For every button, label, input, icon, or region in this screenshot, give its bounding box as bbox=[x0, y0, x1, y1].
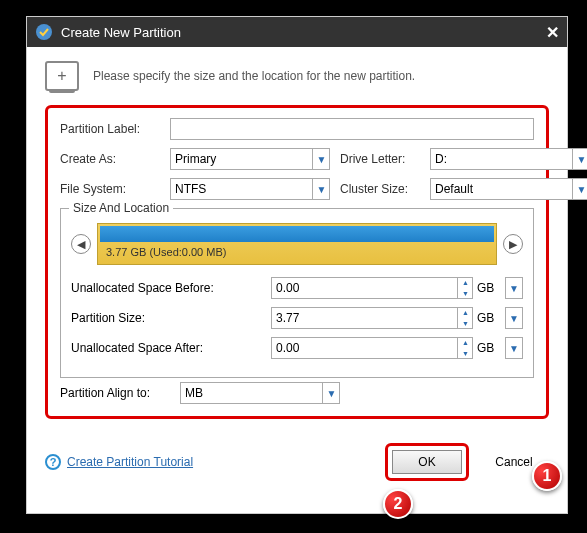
partition-bar-label: 3.77 GB (Used:0.00 MB) bbox=[98, 242, 496, 262]
unalloc-before-label: Unallocated Space Before: bbox=[71, 281, 271, 295]
unit-select[interactable]: ▼ bbox=[505, 277, 523, 299]
unit-label: GB bbox=[477, 281, 501, 295]
file-system-select[interactable] bbox=[170, 178, 330, 200]
window-title: Create New Partition bbox=[61, 25, 181, 40]
partition-size-label: Partition Size: bbox=[71, 311, 271, 325]
unit-select[interactable]: ▼ bbox=[505, 337, 523, 359]
cluster-size-select[interactable] bbox=[430, 178, 587, 200]
spin-up-icon[interactable]: ▲ bbox=[458, 337, 473, 348]
partition-label-input[interactable] bbox=[170, 118, 534, 140]
spin-down-icon[interactable]: ▼ bbox=[458, 318, 473, 329]
ok-highlight-box: OK bbox=[385, 443, 469, 481]
create-as-select[interactable] bbox=[170, 148, 330, 170]
size-location-fieldset: Size And Location ◀ 3.77 GB (Used:0.00 M… bbox=[60, 208, 534, 378]
drive-icon: + bbox=[45, 61, 79, 91]
partition-label-label: Partition Label: bbox=[60, 122, 170, 136]
app-icon bbox=[35, 23, 53, 41]
align-to-label: Partition Align to: bbox=[60, 386, 180, 400]
titlebar: Create New Partition ✕ bbox=[27, 17, 567, 47]
spin-up-icon[interactable]: ▲ bbox=[458, 277, 473, 288]
dialog-window: Create New Partition ✕ + Please specify … bbox=[26, 16, 568, 514]
create-as-label: Create As: bbox=[60, 152, 170, 166]
partition-size-input[interactable] bbox=[271, 307, 473, 329]
intro-row: + Please specify the size and the locati… bbox=[45, 61, 549, 91]
unalloc-after-label: Unallocated Space After: bbox=[71, 341, 271, 355]
slider-right-button[interactable]: ▶ bbox=[503, 234, 523, 254]
align-to-select[interactable] bbox=[180, 382, 340, 404]
slider-left-button[interactable]: ◀ bbox=[71, 234, 91, 254]
footer: ? Create Partition Tutorial OK Cancel bbox=[27, 433, 567, 491]
tutorial-link[interactable]: Create Partition Tutorial bbox=[67, 455, 193, 469]
intro-text: Please specify the size and the location… bbox=[93, 69, 415, 83]
svg-point-0 bbox=[36, 24, 52, 40]
unalloc-before-input[interactable] bbox=[271, 277, 473, 299]
annotation-badge-1: 1 bbox=[532, 461, 562, 491]
spin-up-icon[interactable]: ▲ bbox=[458, 307, 473, 318]
unit-label: GB bbox=[477, 311, 501, 325]
form-highlight-box: Partition Label: Create As: ▼ Drive Lett… bbox=[45, 105, 549, 419]
drive-letter-select[interactable] bbox=[430, 148, 587, 170]
help-icon: ? bbox=[45, 454, 61, 470]
partition-used-bar bbox=[100, 226, 494, 242]
partition-bar[interactable]: 3.77 GB (Used:0.00 MB) bbox=[97, 223, 497, 265]
unalloc-after-input[interactable] bbox=[271, 337, 473, 359]
ok-button[interactable]: OK bbox=[392, 450, 462, 474]
annotation-badge-2: 2 bbox=[383, 489, 413, 519]
fieldset-legend: Size And Location bbox=[69, 201, 173, 215]
unit-select[interactable]: ▼ bbox=[505, 307, 523, 329]
drive-letter-label: Drive Letter: bbox=[340, 152, 430, 166]
spin-down-icon[interactable]: ▼ bbox=[458, 348, 473, 359]
file-system-label: File System: bbox=[60, 182, 170, 196]
spin-down-icon[interactable]: ▼ bbox=[458, 288, 473, 299]
content-area: + Please specify the size and the locati… bbox=[27, 47, 567, 433]
close-icon[interactable]: ✕ bbox=[546, 23, 559, 42]
unit-label: GB bbox=[477, 341, 501, 355]
cluster-size-label: Cluster Size: bbox=[340, 182, 430, 196]
